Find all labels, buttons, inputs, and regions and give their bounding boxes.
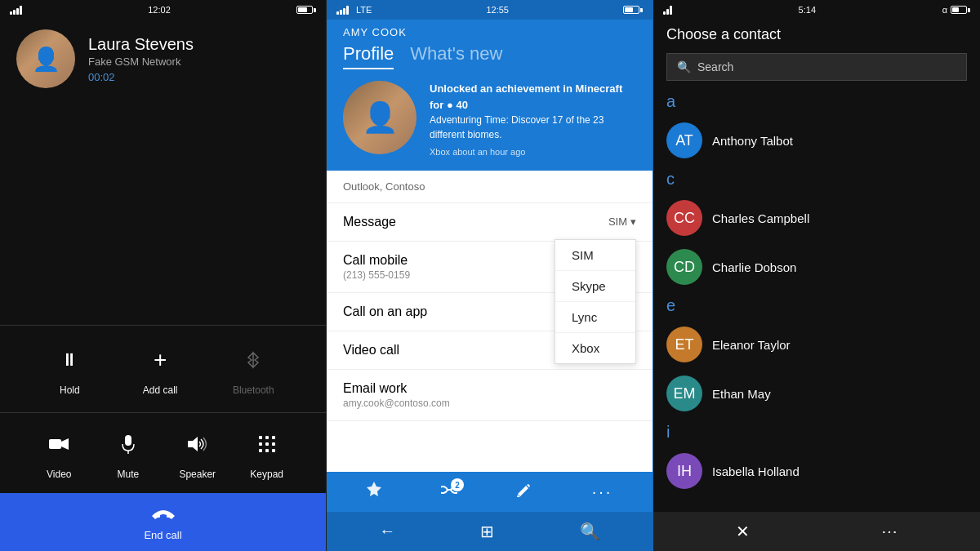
sim-dropdown-button[interactable]: SIM ▾: [608, 216, 636, 228]
video-icon: [41, 426, 77, 462]
sim-option[interactable]: SIM: [555, 240, 635, 271]
clock: 5:14: [799, 5, 816, 15]
svg-rect-13: [272, 449, 275, 452]
end-call-label: End call: [144, 529, 181, 541]
svg-rect-0: [49, 439, 61, 449]
caller-name: Laura Stevens: [88, 35, 194, 54]
contact-name: Ethan May: [712, 387, 771, 401]
xbox-option[interactable]: Xbox: [555, 333, 635, 363]
more-button[interactable]: ⋯: [881, 522, 898, 541]
mute-label: Mute: [118, 469, 140, 480]
back-button[interactable]: ←: [379, 522, 395, 541]
email-work-title: Email work: [343, 381, 450, 396]
email-work-row[interactable]: Email work amy.cook@contoso.com: [327, 370, 653, 421]
add-call-button[interactable]: + Add call: [142, 342, 178, 396]
svg-rect-12: [265, 449, 269, 452]
links-button[interactable]: 2: [441, 483, 457, 500]
sim-label: SIM: [608, 216, 627, 228]
mute-button[interactable]: Mute: [110, 426, 146, 480]
search-bar[interactable]: 🔍 Search: [666, 53, 967, 81]
home-button[interactable]: ⊞: [480, 522, 494, 541]
contact-avatar: AT: [666, 122, 702, 158]
signal-icon: [663, 5, 672, 15]
clock: 12:55: [486, 5, 509, 15]
message-label: Message: [343, 215, 396, 229]
speaker-button[interactable]: Speaker: [179, 426, 216, 480]
svg-rect-10: [272, 442, 275, 446]
svg-rect-11: [259, 449, 262, 452]
contact-avatar: CD: [666, 249, 702, 285]
signal-icon: [336, 5, 349, 15]
contact-item-isabella-holland[interactable]: IH Isabella Holland: [653, 447, 980, 495]
keypad-label: Keypad: [250, 469, 283, 480]
bluetooth-label: Bluetooth: [233, 384, 274, 396]
hold-button[interactable]: ⏸ Hold: [51, 342, 87, 396]
edit-button[interactable]: [517, 482, 532, 501]
contact-avatar: CC: [666, 200, 702, 236]
skype-option[interactable]: Skype: [555, 271, 635, 302]
svg-rect-8: [259, 442, 262, 446]
call-mobile-title: Call mobile: [343, 253, 410, 268]
contact-name: Charlie Dobson: [712, 260, 796, 274]
video-button[interactable]: Video: [41, 426, 77, 480]
contact-name: Isabella Holland: [712, 464, 800, 478]
contact-item-anthony-talbot[interactable]: AT Anthony Talbot: [653, 116, 980, 165]
search-input[interactable]: Search: [697, 60, 956, 73]
close-button[interactable]: ✕: [736, 522, 750, 541]
add-call-icon: +: [142, 342, 178, 378]
keypad-button[interactable]: Keypad: [249, 426, 285, 480]
contact-item-eleanor-taylor[interactable]: ET Eleanor Taylor: [653, 320, 980, 369]
battery-icon: [951, 6, 970, 14]
status-left: [663, 5, 672, 15]
phone-call-panel: 12:02 👤 Laura Stevens Fake GSM Network 0…: [0, 0, 327, 551]
svg-rect-6: [265, 436, 269, 439]
contacts-list: a AT Anthony Talbot c CC Charles Campbel…: [653, 87, 980, 512]
svg-rect-9: [265, 442, 269, 446]
pin-button[interactable]: [367, 482, 381, 502]
message-row[interactable]: Message SIM ▾ SIM Skype Lync Xbox: [327, 203, 653, 242]
status-bar-profile: LTE 12:55: [327, 0, 653, 20]
contact-avatar: ET: [666, 327, 702, 362]
hold-icon: ⏸: [51, 342, 87, 378]
profile-activity: Unlocked an achievement in Minecraft for…: [430, 81, 636, 159]
contact-item-ethan-may[interactable]: EM Ethan May: [653, 369, 980, 418]
lync-option[interactable]: Lync: [555, 302, 635, 333]
status-bar-call: 12:02: [0, 0, 326, 20]
alpha-header-c: c: [653, 165, 980, 193]
end-call-icon: [152, 503, 175, 526]
call-controls-top: ⏸ Hold + Add call Bluetooth: [0, 325, 326, 412]
search-button[interactable]: 🔍: [580, 522, 600, 541]
alpha-header-i: i: [653, 418, 980, 447]
caller-network: Fake GSM Network: [88, 56, 194, 68]
bluetooth-button[interactable]: Bluetooth: [233, 342, 274, 396]
alpha-header-e: e: [653, 291, 980, 320]
contact-name-header: AMY COOK: [327, 20, 653, 38]
profile-org: Outlook, Contoso: [327, 171, 653, 203]
page-title: Choose a contact: [653, 20, 980, 50]
bluetooth-icon: [235, 342, 271, 378]
contact-name: Anthony Talbot: [712, 134, 793, 148]
tab-profile[interactable]: Profile: [343, 43, 394, 69]
contact-item-charlie-dobson[interactable]: CD Charlie Dobson: [653, 242, 980, 291]
status-left: LTE: [336, 5, 372, 15]
more-button[interactable]: ···: [592, 482, 613, 501]
call-info: Laura Stevens Fake GSM Network 00:02: [88, 35, 194, 83]
call-mobile-number: (213) 555-0159: [343, 269, 410, 281]
tab-whats-new[interactable]: What's new: [410, 43, 502, 69]
contact-item-charles-campbell[interactable]: CC Charles Campbell: [653, 193, 980, 242]
end-call-button[interactable]: End call: [0, 493, 326, 551]
contact-name: Eleanor Taylor: [712, 338, 791, 352]
alpha-icon: α: [942, 5, 947, 15]
svg-marker-4: [188, 437, 198, 451]
profile-content: 👤 Unlocked an achievement in Minecraft f…: [327, 69, 653, 472]
call-timer: 00:02: [88, 71, 194, 83]
network-type: LTE: [356, 5, 372, 15]
nav-bar: ← ⊞ 🔍: [327, 512, 653, 551]
sim-dropdown-menu: SIM Skype Lync Xbox: [555, 239, 636, 364]
call-contact-area: 👤 Laura Stevens Fake GSM Network 00:02: [0, 20, 326, 98]
links-badge: 2: [451, 478, 464, 491]
contact-avatar: IH: [666, 453, 702, 489]
svg-rect-7: [272, 436, 275, 439]
contact-avatar: 👤: [343, 81, 416, 154]
svg-rect-2: [125, 435, 131, 446]
